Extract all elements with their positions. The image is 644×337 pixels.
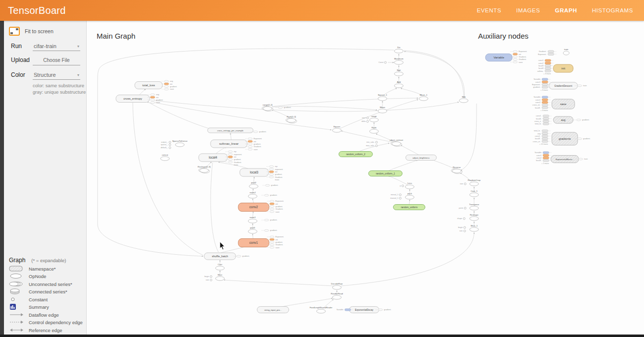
satellite-group[interactable]: gradient. [262,229,277,231]
node-conv1[interactable]: conv1 [238,239,269,247]
satellite-group[interactable]: gradient. [275,107,291,109]
satellite-group[interactable]: gradient. [263,184,278,186]
nav-tab-histograms[interactable]: HISTOGRAMS [592,7,633,13]
node-Less[interactable]: Less [405,182,414,189]
satellite-group[interactable]: gradient. [262,194,277,196]
graph-canvas[interactable]: total_losscross_entropysoftmax_linearloc… [0,0,644,337]
const-maxval_1[interactable]: maxval_1 [390,197,401,199]
satellite-group[interactable]: avginitgradientsave [161,80,177,90]
satellite-group[interactable]: Exponent.initGradient.Gradient.save [510,51,527,63]
const-default_.[interactable]: default_. [161,147,171,149]
node-Mean_1[interactable]: Mean_1 [419,94,428,101]
const-size[interactable]: size [460,183,466,185]
node-Sqrt[interactable]: Sqrt [394,69,403,76]
node-range_1_2[interactable]: range[1-2] [262,104,273,112]
node-norm2[interactable]: norm2 [248,191,257,199]
satellite-group[interactable]: conv1.local4.cross_e.total_lo. [535,115,551,125]
const-begin[interactable]: begin [205,276,212,278]
const-y[interactable]: y [400,185,404,187]
node-string_input_producer[interactable]: string_input_pro... [257,307,289,313]
satellite-group[interactable]: Gradient.Exponent. [538,51,556,56]
const-size[interactable]: size [206,279,212,281]
satellite-group[interactable]: inpexponent.initgradient.Gradient.more [267,166,283,181]
node-random_uniform_2[interactable]: random_uniform_2 [339,152,373,157]
node-Slice[interactable]: Slice [215,274,224,281]
fit-to-screen-button[interactable]: Fit to screen [4,21,86,37]
node-concat[interactable]: concat [161,154,169,161]
run-select[interactable]: cifar-train ▾ [33,42,80,51]
node-adjust_brightness[interactable]: adjust_brightness [406,155,436,161]
node-local3[interactable]: local3 [240,168,268,176]
node-init[interactable]: init [553,64,573,72]
satellite-group[interactable]: gradient. [234,255,250,257]
satellite-group[interactable]: inpexponent.initgradient.Gradient.more [225,151,242,166]
satellite-group[interactable]: Exponent.initgradient.Gradient.save [267,200,284,213]
node-shuffle_batch[interactable]: shuffle_batch [204,253,236,260]
nav-tab-images[interactable]: IMAGES [516,7,540,13]
choose-file-button[interactable]: Choose File [33,56,80,65]
const-Const[interactable]: Const [378,61,386,63]
const-max_valu.[interactable]: max_valu. [366,145,377,147]
satellite-group[interactable]: Exponent.initgradient.Gradient.save [267,236,284,248]
const-output_.[interactable]: output_. [161,141,171,143]
fit-to-screen-icon[interactable] [9,27,20,36]
node-cross_entropy[interactable]: cross_entropy [116,95,150,103]
node-ReaderRead[interactable]: ReaderRead [331,292,343,300]
node-Variable[interactable]: Variable [485,54,512,61]
satellite-group[interactable]: Variableconv1Exponent.gradient.+ 3 more [532,78,550,91]
node-save[interactable]: save [552,99,575,109]
node-Sub[interactable]: Sub [459,96,468,103]
const-min_valu.[interactable]: min_valu. [367,141,377,143]
node-total_loss[interactable]: total_loss [135,82,162,89]
node-conv2[interactable]: conv2 [238,203,269,212]
node-ExponentialDecay[interactable]: ExponentialDecay [349,307,379,313]
node-Reverse[interactable]: Reverse [451,166,462,174]
node-pool1[interactable]: pool1 [248,226,257,234]
nav-tab-events[interactable]: EVENTS [477,7,501,13]
node-Reshape_1_3[interactable]: Reshape[1-3] [198,166,211,173]
satellite-group[interactable]: Variableconv1conv2cross_en.local3.+ 3 mo… [533,96,550,112]
node-SparseToDense[interactable]: SparseToDense [172,140,188,147]
node-Slice_1[interactable]: Slice_1 [470,225,479,232]
const-start[interactable]: start [362,117,369,119]
node-avg[interactable]: avg [553,116,573,123]
const-perm[interactable]: perm [459,207,466,209]
node-random_uniform_1[interactable]: random_uniform_1 [369,171,402,176]
nav-tab-graph[interactable]: GRAPH [555,7,577,13]
const-shape[interactable]: shape [457,218,465,220]
node-pool2[interactable]: pool2 [249,181,258,189]
satellite-group[interactable]: avginitgradientsave [148,94,163,104]
const-size[interactable]: size [459,230,466,232]
node-softmax_linear[interactable]: softmax_linear [211,140,247,148]
node-Square[interactable]: Square [332,125,341,133]
node-Maximum[interactable]: Maximum [394,57,404,65]
node-FixedLengthRecordReader[interactable]: FixedLengthRecordReader [310,307,332,314]
node-Add[interactable]: Add [394,81,403,88]
node-Mean[interactable]: Mean [378,106,387,113]
node-adjust_contrast[interactable]: adjust_contrast [389,139,403,147]
node-pack[interactable]: pack [405,192,414,200]
node-gradients[interactable]: gradients [552,132,578,145]
node-Cast_1[interactable]: Cast_1 [470,190,479,197]
satellite-group[interactable]: gradient. [574,119,590,121]
node-RandomCrop[interactable]: RandomCrop [468,179,481,186]
const-sparse_.[interactable]: sparse_. [161,144,171,146]
node-Rank[interactable]: Rank [370,126,378,134]
satellite-group[interactable]: gradient. [262,219,277,221]
const-begin[interactable]: begin [458,226,466,228]
satellite-group[interactable]: Variableconv1conv2local3.+ 1 more [535,152,551,165]
node-cross_entropy_per_example[interactable]: cross_entropy_per_example [208,128,253,133]
const-minval_1[interactable]: minval_1 [391,194,401,196]
satellite-group[interactable]: total_lo.avgconv1.local3.cross_et.+ 12 m… [533,130,550,145]
node-Square_1[interactable]: Square_1 [378,94,387,101]
node-train_top[interactable]: train [563,48,569,56]
satellite-group[interactable]: conv1conv2local3local4softma.+ 3 more [537,59,553,75]
node-Reshape[interactable]: Reshape [470,214,479,221]
node-Rank_1_2[interactable]: Rank[1-2] [286,115,297,123]
node-Div[interactable]: Div [394,46,403,54]
color-select[interactable]: Structure ▾ [33,71,80,80]
node-Transpose[interactable]: Transpose [469,203,480,211]
node-local4[interactable]: local4 [199,154,227,162]
node-range[interactable]: range [370,115,378,122]
node-random_uniform[interactable]: random_uniform [393,205,425,210]
